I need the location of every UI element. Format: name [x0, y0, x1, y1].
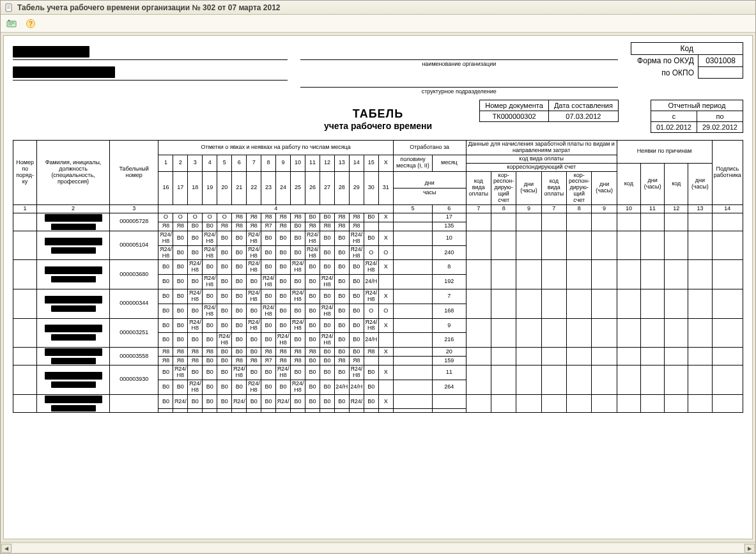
day-cell: Я8 — [173, 357, 188, 365]
day-cell: В0 — [232, 245, 247, 260]
day-cell: Я8 — [158, 357, 173, 365]
th-fio: Фамилия, инициалы, должность (специально… — [37, 141, 110, 205]
day-cell: В0 — [320, 380, 334, 394]
okpo-label: по ОКПО — [631, 67, 698, 79]
scroll-track[interactable] — [12, 544, 744, 552]
day-cell: В0 — [203, 289, 217, 304]
day-cell: В0 — [305, 260, 320, 275]
month-days: 7 — [433, 289, 467, 304]
day-cell: В0 — [349, 275, 364, 289]
day-cell: В0 — [291, 394, 305, 409]
th-paycode: код вида оплаты — [466, 171, 491, 204]
day-cell: Я24/ Н8 — [276, 365, 291, 380]
day-cell: Я24/ Н8 — [291, 289, 305, 304]
pay-cell — [567, 394, 592, 412]
day-cell: В0 — [188, 222, 203, 231]
day-cell: Я8 — [188, 348, 203, 357]
day-cell: Я24/ Н8 — [364, 318, 378, 333]
day-cell: В0 — [232, 348, 247, 357]
th-day: 6 — [232, 155, 247, 171]
pay-cell — [491, 289, 516, 319]
th-half: половину месяца (I, II) — [393, 155, 432, 171]
day-cell: Я24/ Н8 — [320, 275, 334, 289]
day-cell — [305, 409, 320, 412]
doc-number: ТК000000302 — [480, 111, 549, 122]
month-hours: 135 — [433, 222, 467, 231]
pay-cell — [541, 231, 566, 260]
svg-rect-1 — [7, 21, 16, 27]
day-cell: В0 — [173, 380, 188, 394]
pay-cell — [466, 289, 491, 319]
th-paytype: код вида оплаты — [466, 155, 617, 163]
day-cell: В0 — [305, 318, 320, 333]
th-day: 17 — [173, 171, 188, 204]
tab-number: 000005728 — [109, 213, 158, 231]
scroll-right-button[interactable]: ▶ — [744, 544, 755, 553]
day-cell: В0 — [305, 380, 320, 394]
month-days: 11 — [433, 365, 467, 380]
absence-cell — [665, 394, 688, 412]
day-cell: В0 — [232, 318, 247, 333]
day-cell: Я8 — [247, 357, 261, 365]
day-cell — [378, 222, 393, 231]
day-cell — [276, 409, 291, 412]
pay-cell — [466, 231, 491, 260]
tab-number — [109, 394, 158, 412]
period-label: Отчетный период — [651, 100, 743, 111]
th-sign: Подпись работника — [712, 141, 743, 205]
day-cell — [188, 409, 203, 412]
scroll-left-button[interactable]: ◀ — [1, 544, 12, 553]
employee-name — [37, 318, 110, 348]
organization-field — [13, 42, 288, 60]
th-marks: Отметки о явках и неявках на работу по ч… — [158, 141, 393, 155]
absence-cell — [640, 231, 664, 260]
day-cell: В0 — [349, 304, 364, 318]
title-line1: ТАБЕЛЬ — [13, 107, 743, 121]
export-button[interactable] — [4, 17, 19, 31]
horizontal-scrollbar[interactable]: ◀ ▶ — [1, 542, 755, 553]
absence-cell — [665, 213, 688, 231]
day-cell: Я8 — [173, 222, 188, 231]
day-cell: В0 — [320, 357, 334, 365]
doc-meta-table: Номер документа Дата составления ТК00000… — [479, 100, 619, 122]
absence-cell — [640, 394, 664, 412]
day-cell — [232, 409, 247, 412]
day-cell: В0 — [232, 380, 247, 394]
toolbar: ? — [1, 15, 755, 33]
day-cell: Я8 — [349, 222, 364, 231]
day-cell — [217, 409, 232, 412]
day-cell: В0 — [334, 275, 349, 289]
day-cell: В0 — [305, 365, 320, 380]
day-cell: В0 — [334, 333, 349, 348]
day-cell: В0 — [364, 213, 378, 222]
day-cell: В0 — [173, 318, 188, 333]
help-button[interactable]: ? — [24, 17, 38, 31]
employee-name — [37, 260, 110, 289]
pay-cell — [466, 348, 491, 365]
day-cell: О — [173, 213, 188, 222]
day-cell: В0 — [173, 260, 188, 275]
day-cell: Я24/ Н8 — [188, 380, 203, 394]
month-days: 8 — [433, 260, 467, 275]
day-cell: В0 — [247, 365, 261, 380]
okud-code: 0301008 — [698, 55, 743, 67]
half-cell — [393, 394, 432, 409]
day-cell: В0 — [320, 289, 334, 304]
pay-cell — [541, 289, 566, 319]
day-cell: Я8 — [173, 348, 188, 357]
day-cell: Я8 — [261, 213, 276, 222]
okpo-code — [698, 67, 743, 79]
period-table: Отчетный период с по 01.02.2012 29.02.20… — [651, 100, 743, 133]
pay-cell — [592, 394, 617, 412]
day-cell: В0 — [291, 304, 305, 318]
day-cell: В0 — [188, 304, 203, 318]
day-cell: X — [378, 394, 393, 409]
day-cell: О — [378, 245, 393, 260]
day-cell: Я8 — [349, 357, 364, 365]
day-cell: О — [217, 213, 232, 222]
th-day: 16 — [158, 171, 173, 204]
day-cell: X — [378, 365, 393, 380]
day-cell: В0 — [188, 333, 203, 348]
day-cell: В0 — [158, 380, 173, 394]
day-cell: Я24/ Н8 — [247, 318, 261, 333]
